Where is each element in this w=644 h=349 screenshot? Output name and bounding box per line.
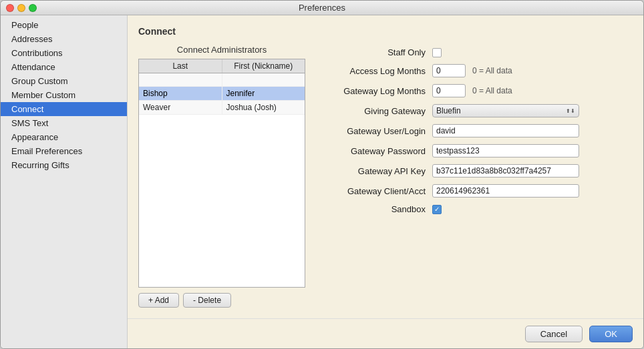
sandbox-label: Sandbox (319, 204, 426, 214)
table-row[interactable] (139, 73, 305, 87)
gateway-password-input[interactable] (432, 144, 579, 157)
sidebar-item-group-custom[interactable]: Group Custom (1, 74, 127, 88)
main-content: Connect Connect Administrators Last Firs… (128, 15, 643, 318)
gateway-log-label: Gateway Log Months (319, 86, 426, 96)
table-body: Bishop Jennifer Weaver Joshua (Josh) (139, 73, 305, 287)
cancel-button[interactable]: Cancel (525, 326, 583, 342)
sidebar-item-email-preferences[interactable]: Email Preferences (1, 144, 127, 158)
access-log-note: 0 = All data (472, 66, 512, 75)
left-panel: Connect Administrators Last First (Nickn… (138, 45, 305, 308)
sidebar-item-appearance[interactable]: Appearance (1, 130, 127, 144)
table-buttons: + Add - Delete (138, 293, 305, 308)
cell-last: Bishop (139, 87, 222, 100)
table-row[interactable]: Weaver Joshua (Josh) (139, 101, 305, 115)
staff-only-checkbox[interactable] (432, 48, 442, 57)
sidebar-item-connect[interactable]: Connect (1, 102, 127, 116)
gateway-password-label: Gateway Password (319, 146, 426, 156)
col-first: First (Nickname) (222, 59, 305, 73)
add-button[interactable]: + Add (138, 293, 179, 308)
access-log-label: Access Log Months (319, 66, 426, 76)
window-content: People Addresses Contributions Attendanc… (1, 15, 643, 348)
gateway-log-input[interactable] (432, 84, 466, 97)
sidebar: People Addresses Contributions Attendanc… (1, 15, 128, 348)
sidebar-item-contributions[interactable]: Contributions (1, 46, 127, 60)
sidebar-item-addresses[interactable]: Addresses (1, 32, 127, 46)
sidebar-item-member-custom[interactable]: Member Custom (1, 88, 127, 102)
sandbox-row: Sandbox (319, 204, 633, 214)
gateway-api-key-input[interactable] (432, 164, 579, 178)
gateway-client-input[interactable] (432, 184, 579, 198)
gateway-api-key-label: Gateway API Key (319, 166, 426, 176)
col-last: Last (139, 59, 222, 73)
cell-last: Weaver (139, 101, 222, 114)
access-log-input[interactable] (432, 64, 466, 77)
preferences-window: Preferences People Addresses Contributio… (0, 0, 644, 349)
maximize-button[interactable] (29, 4, 37, 12)
admin-table: Last First (Nickname) Bishop (138, 59, 305, 288)
window-title: Preferences (299, 3, 345, 13)
sidebar-item-attendance[interactable]: Attendance (1, 60, 127, 74)
sandbox-checkbox[interactable] (432, 205, 442, 214)
giving-gateway-select-wrap: Bluefin Other (432, 104, 579, 117)
gateway-user-label: Gateway User/Login (319, 126, 426, 136)
table-title: Connect Administrators (138, 45, 305, 55)
gateway-client-label: Gateway Client/Acct (319, 186, 426, 196)
table-row[interactable]: Bishop Jennifer (139, 87, 305, 101)
gateway-user-input[interactable] (432, 124, 579, 137)
right-panel: Staff Only Access Log Months 0 = All dat… (319, 45, 633, 308)
giving-gateway-row: Giving Gateway Bluefin Other (319, 104, 633, 117)
bottom-bar: Cancel OK (128, 318, 643, 348)
cell-first: Jennifer (222, 87, 305, 100)
minimize-button[interactable] (17, 4, 25, 12)
connect-body: Connect Administrators Last First (Nickn… (138, 45, 633, 308)
gateway-log-row: Gateway Log Months 0 = All data (319, 84, 633, 97)
gateway-log-note: 0 = All data (472, 86, 512, 95)
window-controls (6, 4, 37, 12)
sidebar-item-sms-text[interactable]: SMS Text (1, 116, 127, 130)
giving-gateway-select[interactable]: Bluefin Other (432, 104, 579, 117)
titlebar: Preferences (1, 1, 643, 15)
staff-only-label: Staff Only (319, 47, 426, 57)
staff-only-row: Staff Only (319, 47, 633, 57)
sidebar-item-people[interactable]: People (1, 18, 127, 32)
access-log-row: Access Log Months 0 = All data (319, 64, 633, 77)
close-button[interactable] (6, 4, 14, 12)
cell-first: Joshua (Josh) (222, 101, 305, 114)
gateway-password-row: Gateway Password (319, 144, 633, 157)
sidebar-item-recurring-gifts[interactable]: Recurring Gifts (1, 158, 127, 172)
section-title: Connect (138, 26, 633, 37)
gateway-api-key-row: Gateway API Key (319, 164, 633, 178)
gateway-user-row: Gateway User/Login (319, 124, 633, 137)
table-header: Last First (Nickname) (139, 59, 305, 73)
delete-button[interactable]: - Delete (183, 293, 231, 308)
gateway-client-row: Gateway Client/Acct (319, 184, 633, 198)
cell-first (222, 73, 305, 86)
giving-gateway-label: Giving Gateway (319, 106, 426, 116)
cell-last (139, 73, 222, 86)
ok-button[interactable]: OK (589, 326, 633, 342)
